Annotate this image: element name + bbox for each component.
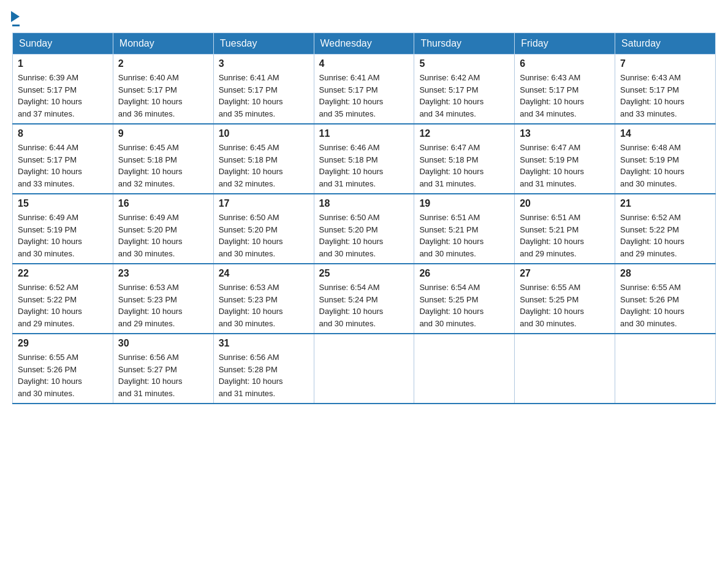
day-info: Sunrise: 6:54 AMSunset: 5:24 PMDaylight:… bbox=[319, 283, 384, 328]
logo bbox=[12, 12, 20, 26]
calendar-cell: 10 Sunrise: 6:45 AMSunset: 5:18 PMDaylig… bbox=[213, 124, 314, 194]
calendar-cell: 12 Sunrise: 6:47 AMSunset: 5:18 PMDaylig… bbox=[414, 124, 515, 194]
calendar-day-header: Saturday bbox=[615, 33, 716, 55]
calendar-cell: 13 Sunrise: 6:47 AMSunset: 5:19 PMDaylig… bbox=[515, 124, 615, 194]
calendar-cell bbox=[314, 334, 414, 404]
day-info: Sunrise: 6:45 AMSunset: 5:18 PMDaylight:… bbox=[219, 143, 283, 188]
day-info: Sunrise: 6:48 AMSunset: 5:19 PMDaylight:… bbox=[620, 143, 684, 188]
calendar-cell: 21 Sunrise: 6:52 AMSunset: 5:22 PMDaylig… bbox=[615, 194, 716, 264]
calendar-cell: 1 Sunrise: 6:39 AMSunset: 5:17 PMDayligh… bbox=[13, 55, 113, 124]
day-number: 14 bbox=[620, 128, 710, 139]
day-info: Sunrise: 6:55 AMSunset: 5:26 PMDaylight:… bbox=[18, 353, 82, 398]
day-number: 10 bbox=[219, 128, 309, 139]
day-number: 24 bbox=[219, 268, 309, 279]
day-info: Sunrise: 6:45 AMSunset: 5:18 PMDaylight:… bbox=[118, 143, 183, 188]
calendar-cell bbox=[414, 334, 515, 404]
calendar-cell: 7 Sunrise: 6:43 AMSunset: 5:17 PMDayligh… bbox=[615, 55, 716, 124]
calendar-cell: 18 Sunrise: 6:50 AMSunset: 5:20 PMDaylig… bbox=[314, 194, 414, 264]
day-info: Sunrise: 6:43 AMSunset: 5:17 PMDaylight:… bbox=[620, 73, 684, 118]
calendar-cell: 24 Sunrise: 6:53 AMSunset: 5:23 PMDaylig… bbox=[213, 264, 314, 334]
day-number: 21 bbox=[620, 198, 710, 209]
calendar-day-header: Wednesday bbox=[314, 33, 414, 55]
calendar-cell: 8 Sunrise: 6:44 AMSunset: 5:17 PMDayligh… bbox=[13, 124, 113, 194]
calendar-cell: 6 Sunrise: 6:43 AMSunset: 5:17 PMDayligh… bbox=[515, 55, 615, 124]
calendar-cell: 15 Sunrise: 6:49 AMSunset: 5:19 PMDaylig… bbox=[13, 194, 113, 264]
calendar-cell: 17 Sunrise: 6:50 AMSunset: 5:20 PMDaylig… bbox=[213, 194, 314, 264]
day-info: Sunrise: 6:51 AMSunset: 5:21 PMDaylight:… bbox=[419, 213, 483, 258]
day-info: Sunrise: 6:51 AMSunset: 5:21 PMDaylight:… bbox=[520, 213, 584, 258]
calendar-cell: 22 Sunrise: 6:52 AMSunset: 5:22 PMDaylig… bbox=[13, 264, 113, 334]
day-number: 2 bbox=[118, 58, 208, 69]
calendar-cell: 19 Sunrise: 6:51 AMSunset: 5:21 PMDaylig… bbox=[414, 194, 515, 264]
day-info: Sunrise: 6:56 AMSunset: 5:28 PMDaylight:… bbox=[219, 353, 283, 398]
calendar-cell: 4 Sunrise: 6:41 AMSunset: 5:17 PMDayligh… bbox=[314, 55, 414, 124]
calendar-day-header: Monday bbox=[113, 33, 213, 55]
calendar-cell: 28 Sunrise: 6:55 AMSunset: 5:26 PMDaylig… bbox=[615, 264, 716, 334]
logo-underline bbox=[12, 25, 20, 26]
day-number: 18 bbox=[319, 198, 409, 209]
day-number: 19 bbox=[419, 198, 509, 209]
day-info: Sunrise: 6:49 AMSunset: 5:19 PMDaylight:… bbox=[18, 213, 82, 258]
day-number: 12 bbox=[419, 128, 509, 139]
calendar-cell bbox=[615, 334, 716, 404]
day-info: Sunrise: 6:52 AMSunset: 5:22 PMDaylight:… bbox=[18, 283, 82, 328]
day-info: Sunrise: 6:55 AMSunset: 5:25 PMDaylight:… bbox=[520, 283, 584, 328]
calendar-cell: 2 Sunrise: 6:40 AMSunset: 5:17 PMDayligh… bbox=[113, 55, 213, 124]
day-number: 6 bbox=[520, 58, 610, 69]
calendar-cell: 20 Sunrise: 6:51 AMSunset: 5:21 PMDaylig… bbox=[515, 194, 615, 264]
day-number: 31 bbox=[219, 338, 309, 349]
calendar-cell: 23 Sunrise: 6:53 AMSunset: 5:23 PMDaylig… bbox=[113, 264, 213, 334]
page-header bbox=[12, 12, 716, 26]
day-info: Sunrise: 6:46 AMSunset: 5:18 PMDaylight:… bbox=[319, 143, 384, 188]
day-number: 8 bbox=[18, 128, 108, 139]
day-number: 1 bbox=[18, 58, 108, 69]
day-number: 7 bbox=[620, 58, 710, 69]
day-number: 25 bbox=[319, 268, 409, 279]
day-info: Sunrise: 6:47 AMSunset: 5:18 PMDaylight:… bbox=[419, 143, 483, 188]
day-info: Sunrise: 6:44 AMSunset: 5:17 PMDaylight:… bbox=[18, 143, 82, 188]
day-number: 16 bbox=[118, 198, 208, 209]
calendar-week-row: 29 Sunrise: 6:55 AMSunset: 5:26 PMDaylig… bbox=[13, 334, 716, 404]
calendar-cell: 25 Sunrise: 6:54 AMSunset: 5:24 PMDaylig… bbox=[314, 264, 414, 334]
calendar-table: SundayMondayTuesdayWednesdayThursdayFrid… bbox=[12, 33, 716, 404]
day-info: Sunrise: 6:43 AMSunset: 5:17 PMDaylight:… bbox=[520, 73, 584, 118]
calendar-cell: 16 Sunrise: 6:49 AMSunset: 5:20 PMDaylig… bbox=[113, 194, 213, 264]
day-info: Sunrise: 6:56 AMSunset: 5:27 PMDaylight:… bbox=[118, 353, 183, 398]
calendar-day-header: Sunday bbox=[13, 33, 113, 55]
calendar-cell: 5 Sunrise: 6:42 AMSunset: 5:17 PMDayligh… bbox=[414, 55, 515, 124]
calendar-cell: 26 Sunrise: 6:54 AMSunset: 5:25 PMDaylig… bbox=[414, 264, 515, 334]
calendar-cell: 31 Sunrise: 6:56 AMSunset: 5:28 PMDaylig… bbox=[213, 334, 314, 404]
calendar-cell: 9 Sunrise: 6:45 AMSunset: 5:18 PMDayligh… bbox=[113, 124, 213, 194]
day-number: 27 bbox=[520, 268, 610, 279]
day-number: 22 bbox=[18, 268, 108, 279]
day-number: 13 bbox=[520, 128, 610, 139]
calendar-cell: 29 Sunrise: 6:55 AMSunset: 5:26 PMDaylig… bbox=[13, 334, 113, 404]
day-info: Sunrise: 6:54 AMSunset: 5:25 PMDaylight:… bbox=[419, 283, 483, 328]
day-number: 9 bbox=[118, 128, 208, 139]
day-number: 28 bbox=[620, 268, 710, 279]
day-number: 29 bbox=[18, 338, 108, 349]
day-info: Sunrise: 6:47 AMSunset: 5:19 PMDaylight:… bbox=[520, 143, 584, 188]
day-number: 17 bbox=[219, 198, 309, 209]
calendar-header-row: SundayMondayTuesdayWednesdayThursdayFrid… bbox=[13, 33, 716, 55]
calendar-week-row: 22 Sunrise: 6:52 AMSunset: 5:22 PMDaylig… bbox=[13, 264, 716, 334]
calendar-week-row: 1 Sunrise: 6:39 AMSunset: 5:17 PMDayligh… bbox=[13, 55, 716, 124]
day-info: Sunrise: 6:40 AMSunset: 5:17 PMDaylight:… bbox=[118, 73, 183, 118]
day-number: 30 bbox=[118, 338, 208, 349]
day-info: Sunrise: 6:41 AMSunset: 5:17 PMDaylight:… bbox=[219, 73, 283, 118]
calendar-cell: 11 Sunrise: 6:46 AMSunset: 5:18 PMDaylig… bbox=[314, 124, 414, 194]
day-number: 15 bbox=[18, 198, 108, 209]
calendar-cell: 3 Sunrise: 6:41 AMSunset: 5:17 PMDayligh… bbox=[213, 55, 314, 124]
calendar-cell: 14 Sunrise: 6:48 AMSunset: 5:19 PMDaylig… bbox=[615, 124, 716, 194]
calendar-cell: 27 Sunrise: 6:55 AMSunset: 5:25 PMDaylig… bbox=[515, 264, 615, 334]
calendar-cell: 30 Sunrise: 6:56 AMSunset: 5:27 PMDaylig… bbox=[113, 334, 213, 404]
calendar-week-row: 15 Sunrise: 6:49 AMSunset: 5:19 PMDaylig… bbox=[13, 194, 716, 264]
day-info: Sunrise: 6:53 AMSunset: 5:23 PMDaylight:… bbox=[118, 283, 183, 328]
day-number: 11 bbox=[319, 128, 409, 139]
calendar-day-header: Thursday bbox=[414, 33, 515, 55]
logo-triangle-icon bbox=[11, 11, 20, 22]
day-info: Sunrise: 6:55 AMSunset: 5:26 PMDaylight:… bbox=[620, 283, 684, 328]
day-number: 5 bbox=[419, 58, 509, 69]
day-info: Sunrise: 6:50 AMSunset: 5:20 PMDaylight:… bbox=[219, 213, 283, 258]
day-info: Sunrise: 6:53 AMSunset: 5:23 PMDaylight:… bbox=[219, 283, 283, 328]
